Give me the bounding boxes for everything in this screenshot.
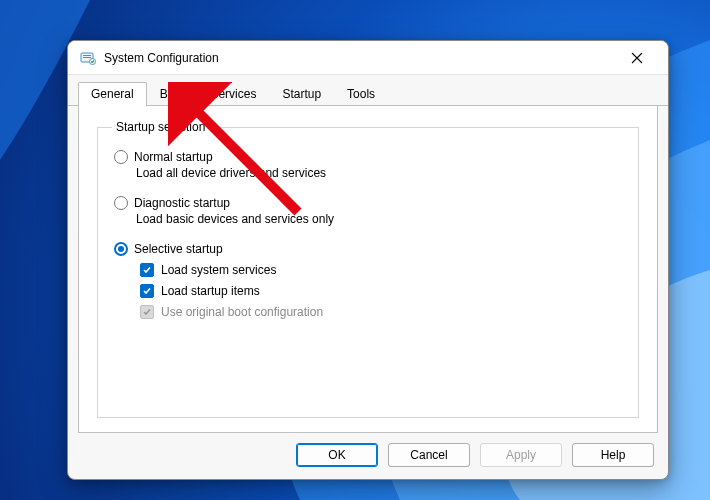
check-icon <box>142 286 152 296</box>
ok-button[interactable]: OK <box>296 443 378 467</box>
startup-selection-group: Startup selection Normal startup Load al… <box>97 120 639 418</box>
close-icon <box>631 52 643 64</box>
svg-rect-1 <box>83 55 91 56</box>
radio-normal-startup[interactable] <box>114 150 128 164</box>
close-button[interactable] <box>616 44 658 72</box>
tab-strip: General Boot Services Startup Tools <box>68 75 668 106</box>
window-title: System Configuration <box>104 51 616 65</box>
tab-startup[interactable]: Startup <box>269 82 334 106</box>
apply-button: Apply <box>480 443 562 467</box>
tab-boot[interactable]: Boot <box>147 82 198 106</box>
checkbox-load-system-services[interactable] <box>140 263 154 277</box>
checkbox-load-startup-items[interactable] <box>140 284 154 298</box>
radio-selective-label: Selective startup <box>134 242 223 256</box>
groupbox-title: Startup selection <box>112 120 209 134</box>
checkbox-load-system-services-label: Load system services <box>161 263 276 277</box>
svg-rect-2 <box>83 57 91 58</box>
radio-diagnostic-label: Diagnostic startup <box>134 196 230 210</box>
cancel-button[interactable]: Cancel <box>388 443 470 467</box>
tab-services[interactable]: Services <box>197 82 269 106</box>
system-configuration-dialog: System Configuration General Boot Servic… <box>67 40 669 480</box>
msconfig-icon <box>80 50 96 66</box>
check-icon <box>142 307 152 317</box>
checkbox-use-original-boot <box>140 305 154 319</box>
tab-tools[interactable]: Tools <box>334 82 388 106</box>
radio-normal-desc: Load all device drivers and services <box>136 166 624 180</box>
radio-diagnostic-startup[interactable] <box>114 196 128 210</box>
checkbox-load-startup-items-label: Load startup items <box>161 284 260 298</box>
radio-selective-startup[interactable] <box>114 242 128 256</box>
radio-diagnostic-desc: Load basic devices and services only <box>136 212 624 226</box>
help-button[interactable]: Help <box>572 443 654 467</box>
titlebar: System Configuration <box>68 41 668 75</box>
tab-general[interactable]: General <box>78 82 147 106</box>
tab-content: Startup selection Normal startup Load al… <box>78 106 658 433</box>
check-icon <box>142 265 152 275</box>
checkbox-use-original-boot-label: Use original boot configuration <box>161 305 323 319</box>
radio-normal-label: Normal startup <box>134 150 213 164</box>
dialog-buttons: OK Cancel Apply Help <box>68 433 668 479</box>
